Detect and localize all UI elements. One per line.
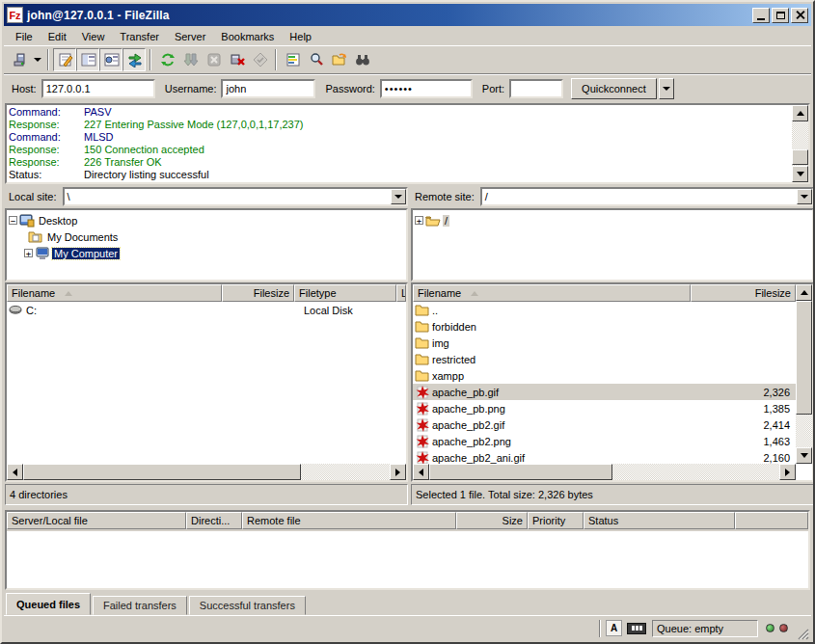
remote-vertical-scrollbar[interactable]: [796, 284, 812, 464]
file-row[interactable]: apache_pb2.gif 2,414: [413, 416, 796, 433]
maximize-button[interactable]: [772, 8, 789, 23]
folder-row[interactable]: forbidden: [413, 318, 796, 335]
toolbar-separator: [149, 49, 151, 70]
synchronized-browsing-button[interactable]: [327, 48, 350, 71]
file-row-c-drive[interactable]: C: Local Disk: [7, 302, 406, 318]
local-site-combo[interactable]: \: [63, 187, 408, 206]
quickconnect-dropdown-button[interactable]: [659, 78, 674, 99]
scrollbar-thumb[interactable]: [23, 464, 301, 480]
tab-failed-transfers[interactable]: Failed transfers: [93, 596, 187, 615]
close-button[interactable]: [791, 8, 808, 23]
my-documents-icon: [28, 229, 43, 245]
find-files-button[interactable]: [350, 48, 373, 71]
password-input[interactable]: [380, 79, 473, 98]
toggle-queue-button[interactable]: [122, 48, 146, 71]
folder-row[interactable]: restricted: [413, 351, 796, 367]
site-manager-button[interactable]: [8, 48, 31, 71]
toggle-local-tree-button[interactable]: [76, 48, 99, 71]
menu-help[interactable]: Help: [282, 29, 319, 44]
scrollbar-thumb[interactable]: [429, 464, 612, 480]
column-header-priority[interactable]: Priority: [528, 512, 584, 529]
directory-comparison-button[interactable]: [281, 48, 304, 71]
menu-view[interactable]: View: [74, 29, 113, 44]
host-input[interactable]: [41, 79, 155, 98]
remote-site-combo[interactable]: /: [480, 187, 814, 206]
scroll-left-button[interactable]: [413, 464, 429, 480]
disconnect-button[interactable]: [225, 48, 248, 71]
remote-site-dropdown-button[interactable]: [797, 189, 812, 204]
file-row[interactable]: apache_pb.png 1,385: [413, 400, 796, 416]
collapse-icon[interactable]: −: [9, 216, 17, 225]
local-file-list: Filename Filesize Filetype L C:: [5, 282, 408, 482]
port-input[interactable]: [509, 79, 563, 98]
tree-item-root[interactable]: + /: [415, 212, 812, 228]
chevron-down-icon: [801, 195, 808, 199]
column-header-size[interactable]: Size: [456, 512, 528, 529]
file-row-selected[interactable]: apache_pb.gif 2,326: [413, 384, 796, 400]
column-header-filetype[interactable]: Filetype: [294, 284, 396, 302]
site-manager-dropdown-button[interactable]: [31, 48, 43, 71]
local-site-dropdown-button[interactable]: [391, 189, 406, 204]
binoculars-icon: [355, 52, 370, 67]
scrollbar-thumb[interactable]: [796, 301, 812, 415]
scroll-down-button[interactable]: [796, 447, 812, 464]
toggle-remote-tree-button[interactable]: [99, 48, 122, 71]
expand-icon[interactable]: +: [24, 249, 33, 257]
resize-grip[interactable]: [796, 627, 809, 640]
title-bar[interactable]: Fz john@127.0.0.1 - FileZilla: [4, 4, 811, 26]
speed-limit-icon[interactable]: [627, 623, 646, 634]
scroll-right-button[interactable]: [779, 464, 796, 480]
column-header-lastmodified[interactable]: L: [396, 284, 406, 302]
log-vertical-scrollbar[interactable]: [792, 105, 808, 182]
tree-item-desktop[interactable]: − Desktop: [9, 212, 406, 228]
refresh-button[interactable]: [155, 48, 178, 71]
tab-successful-transfers[interactable]: Successful transfers: [189, 596, 306, 615]
filter-button[interactable]: [304, 48, 327, 71]
remote-horizontal-scrollbar[interactable]: [413, 464, 796, 480]
menu-file[interactable]: File: [8, 29, 41, 44]
folder-row[interactable]: ..: [413, 302, 796, 318]
folder-row[interactable]: img: [413, 335, 796, 351]
menu-edit[interactable]: Edit: [41, 29, 74, 44]
folder-row[interactable]: xampp: [413, 367, 796, 384]
cancel-operation-button[interactable]: [202, 48, 225, 71]
reconnect-button[interactable]: [248, 48, 271, 71]
scroll-down-button[interactable]: [792, 166, 808, 182]
scrollbar-thumb[interactable]: [792, 149, 808, 165]
quickconnect-button[interactable]: Quickconnect: [571, 78, 657, 99]
local-horizontal-scrollbar[interactable]: [7, 464, 406, 480]
column-header-filesize[interactable]: Filesize: [222, 284, 294, 302]
menu-server[interactable]: Server: [167, 29, 213, 44]
file-type: Local Disk: [300, 305, 404, 316]
column-header-remote-file[interactable]: Remote file: [242, 512, 456, 529]
tab-queued-files[interactable]: Queued files: [6, 593, 91, 615]
scroll-right-button[interactable]: [390, 464, 406, 480]
expand-icon[interactable]: +: [415, 216, 423, 225]
scroll-up-button[interactable]: [796, 284, 812, 301]
column-header-status[interactable]: Status: [584, 512, 735, 529]
scroll-left-button[interactable]: [7, 464, 23, 480]
queue-body[interactable]: [7, 531, 808, 588]
column-header-filename[interactable]: Filename: [413, 284, 691, 302]
file-row[interactable]: apache_pb2_ani.gif 2,160: [413, 449, 796, 464]
toggle-message-log-button[interactable]: [53, 48, 76, 71]
column-header-server-local-file[interactable]: Server/Local file: [7, 512, 186, 529]
file-row[interactable]: apache_pb2.png 1,463: [413, 433, 796, 449]
chevron-down-icon: [394, 195, 402, 199]
column-label: Filetype: [299, 287, 337, 299]
log-label: Response:: [9, 156, 84, 169]
file-name: apache_pb.gif: [432, 387, 499, 398]
menu-bookmarks[interactable]: Bookmarks: [213, 29, 282, 44]
remote-site-label: Remote site:: [411, 191, 480, 202]
minimize-button[interactable]: [752, 8, 770, 23]
column-header-direction[interactable]: Directi...: [186, 512, 242, 529]
tree-item-my-documents[interactable]: My Documents: [9, 228, 406, 245]
column-header-filename[interactable]: Filename: [7, 284, 222, 302]
column-header-filesize[interactable]: Filesize: [691, 284, 796, 302]
scroll-up-button[interactable]: [792, 105, 808, 121]
data-type-indicator-icon[interactable]: A: [606, 620, 622, 636]
process-queue-button[interactable]: [178, 48, 202, 71]
username-input[interactable]: [221, 79, 315, 98]
tree-item-my-computer[interactable]: + My Computer: [9, 245, 406, 261]
menu-transfer[interactable]: Transfer: [112, 29, 167, 44]
